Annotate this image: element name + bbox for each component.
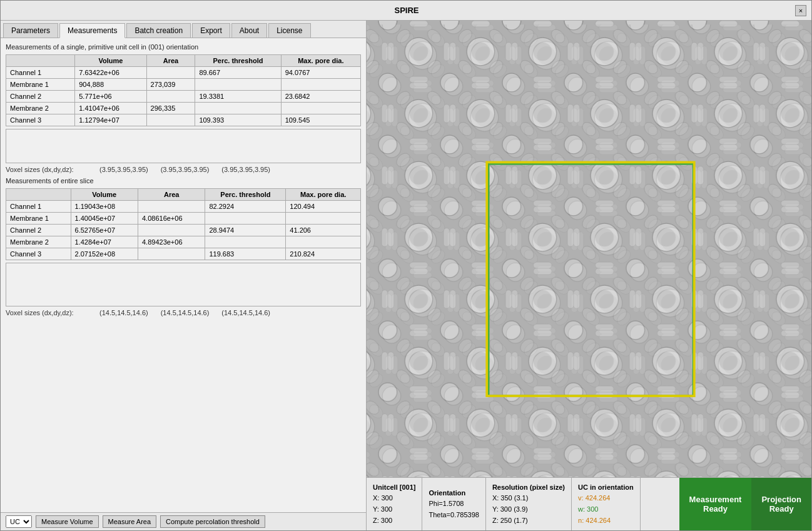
voxel-label2: Voxel sizes (dx,dy,dz): xyxy=(6,309,87,316)
table-row: Channel 11.19043e+0882.2924120.494 xyxy=(6,201,361,213)
row-cell: 82.2924 xyxy=(205,201,286,213)
voxel-row2: Voxel sizes (dx,dy,dz): (14.5,14.5,14.6)… xyxy=(6,309,361,316)
measurement-ready-line1: Measurement xyxy=(689,495,742,504)
row-cell: 210.824 xyxy=(286,248,361,260)
row-cell: 1.19043e+08 xyxy=(71,201,138,213)
table-row: Channel 26.52765e+0728.947441.206 xyxy=(6,225,361,236)
col-header-label xyxy=(6,55,75,67)
image-area xyxy=(367,21,811,477)
col-header-volume: Volume xyxy=(75,55,146,67)
close-button[interactable]: × xyxy=(795,5,806,16)
section1-title: Measurements of a single, primitive unit… xyxy=(6,43,361,51)
status-bar: Unitcell [001] X: 300 Y: 300 Z: 300 Orie… xyxy=(367,477,811,530)
orientation-section: Orientation Phi=1.5708 Theta=0.785398 xyxy=(422,478,485,530)
voxel-val2-1: (14.5,14.5,14.6) xyxy=(161,309,210,316)
res-y: Y: 300 (3.9) xyxy=(492,504,565,515)
uc-orientation-label: UC in orientation xyxy=(578,482,634,493)
row-cell: 1.41047e+06 xyxy=(75,103,146,114)
voxel-label1: Voxel sizes (dx,dy,dz): xyxy=(6,166,87,173)
voxel-val1-2: (3.95,3.95,3.95) xyxy=(221,166,270,173)
tab-parameters[interactable]: Parameters xyxy=(3,23,58,38)
tab-export[interactable]: Export xyxy=(192,23,230,38)
voxel-val2-0: (14.5,14.5,14.6) xyxy=(99,309,148,316)
tab-license[interactable]: License xyxy=(268,23,310,38)
row-label: Channel 1 xyxy=(6,201,71,213)
row-cell xyxy=(195,103,281,114)
unitcell-section: Unitcell [001] X: 300 Y: 300 Z: 300 xyxy=(367,478,422,530)
row-cell: 109.393 xyxy=(195,114,281,126)
row-cell: 6.52765e+07 xyxy=(71,225,138,236)
unitcell-x: X: 300 xyxy=(373,493,415,504)
row-label: Channel 3 xyxy=(6,114,75,126)
resolution-label: Resolution (pixel size) xyxy=(492,482,565,493)
bottom-toolbar: UC Measure Volume Measure Area Compute p… xyxy=(1,512,366,530)
row-cell: 94.0767 xyxy=(281,67,360,79)
uc-n: n: 424.264 xyxy=(578,515,634,527)
tab-measurements[interactable]: Measurements xyxy=(59,23,125,38)
main-content: Parameters Measurements Batch creation E… xyxy=(1,21,811,530)
theta-value: Theta=0.785398 xyxy=(429,510,479,521)
col-header-perc: Perc. threshold xyxy=(195,55,281,67)
measure-volume-button[interactable]: Measure Volume xyxy=(36,515,99,528)
row-cell xyxy=(138,201,205,213)
row-cell: 1.12794e+07 xyxy=(75,114,146,126)
row-cell xyxy=(205,213,286,225)
svg-rect-17 xyxy=(367,24,811,477)
compute-percolation-button[interactable]: Compute percolation threshold xyxy=(160,515,265,528)
mesh-visualization xyxy=(367,21,811,477)
row-cell: 296,335 xyxy=(146,103,195,114)
col2-header-area: Area xyxy=(138,189,205,201)
row-cell xyxy=(281,103,360,114)
tab-bar: Parameters Measurements Batch creation E… xyxy=(1,21,366,38)
res-x: X: 350 (3.1) xyxy=(492,493,565,504)
status-spacer xyxy=(641,478,679,530)
row-cell: 2.07152e+08 xyxy=(71,248,138,260)
uc-v: v: 424.264 xyxy=(578,493,634,504)
table-row: Channel 31.12794e+07109.393109.545 xyxy=(6,114,361,126)
table-row: Channel 25.771e+0619.338123.6842 xyxy=(6,91,361,103)
uc-dropdown[interactable]: UC xyxy=(6,515,32,528)
col2-header-maxpore: Max. pore dia. xyxy=(286,189,361,201)
table1: Volume Area Perc. threshold Max. pore di… xyxy=(6,54,361,126)
measurement-ready-button[interactable]: Measurement Ready xyxy=(679,478,752,530)
table-row: Membrane 11.40045e+074.08616e+06 xyxy=(6,213,361,225)
col-header-area: Area xyxy=(146,55,195,67)
col2-header-label xyxy=(6,189,71,201)
projection-ready-button[interactable]: Projection Ready xyxy=(751,478,811,530)
table-row: Membrane 1904,888273,039 xyxy=(6,79,361,91)
col2-header-perc: Perc. threshold xyxy=(205,189,286,201)
table1-spacer xyxy=(6,129,361,163)
row-cell: 41.206 xyxy=(286,225,361,236)
row-cell xyxy=(195,79,281,91)
row-cell xyxy=(146,67,195,79)
row-cell: 119.683 xyxy=(205,248,286,260)
table2: Volume Area Perc. threshold Max. pore di… xyxy=(6,188,361,260)
main-window: SPIRE × Parameters Measurements Batch cr… xyxy=(0,0,812,531)
window-title: SPIRE xyxy=(18,6,795,15)
projection-ready-line1: Projection xyxy=(761,495,801,504)
row-cell xyxy=(138,248,205,260)
unitcell-label: Unitcell [001] xyxy=(373,482,415,493)
row-cell xyxy=(138,225,205,236)
voxel-val1-0: (3.95,3.95,3.95) xyxy=(99,166,148,173)
tab-about[interactable]: About xyxy=(231,23,267,38)
title-bar: SPIRE × xyxy=(1,1,811,21)
orientation-label: Orientation xyxy=(429,488,479,499)
table-row: Membrane 21.41047e+06296,335 xyxy=(6,103,361,114)
table-row: Channel 17.63422e+0689.66794.0767 xyxy=(6,67,361,79)
row-cell: 273,039 xyxy=(146,79,195,91)
measure-area-button[interactable]: Measure Area xyxy=(103,515,156,528)
row-label: Membrane 1 xyxy=(6,213,71,225)
row-label: Membrane 2 xyxy=(6,103,75,114)
row-cell xyxy=(286,236,361,248)
row-cell xyxy=(286,213,361,225)
row-cell: 904,888 xyxy=(75,79,146,91)
tab-batch-creation[interactable]: Batch creation xyxy=(126,23,191,38)
uc-orientation-section: UC in orientation v: 424.264 w: 300 n: 4… xyxy=(572,478,641,530)
table-row: Membrane 21.4284e+074.89423e+06 xyxy=(6,236,361,248)
table-row: Channel 32.07152e+08119.683210.824 xyxy=(6,248,361,260)
row-label: Channel 1 xyxy=(6,67,75,79)
col-header-maxpore: Max. pore dia. xyxy=(281,55,360,67)
voxel-val1-1: (3.95,3.95,3.95) xyxy=(161,166,210,173)
row-cell xyxy=(281,79,360,91)
